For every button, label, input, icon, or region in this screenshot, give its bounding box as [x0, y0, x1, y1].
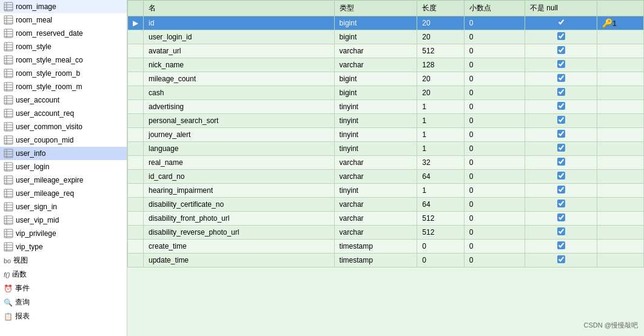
table-row[interactable]: languagetinyint10 [128, 142, 644, 156]
table-row[interactable]: nick_namevarchar1280 [128, 58, 644, 72]
table-row[interactable]: id_card_novarchar640 [128, 170, 644, 184]
sidebar-section-视图[interactable]: bo视图 [0, 254, 127, 267]
sidebar-item-user_vip_mid[interactable]: user_vip_mid [0, 213, 127, 227]
notnull-checkbox[interactable] [557, 46, 565, 54]
table-row[interactable]: mileage_countbigint200 [128, 72, 644, 86]
table-icon [4, 109, 13, 118]
sidebar-item-room_style_room_m[interactable]: room_style_room_m [0, 80, 127, 93]
col-decimal-value: 0 [464, 30, 525, 44]
col-decimal-value: 0 [464, 72, 525, 86]
table-row[interactable]: personal_search_sorttinyint10 [128, 114, 644, 128]
sidebar-item-user_common_visito[interactable]: user_common_visito [0, 120, 127, 133]
table-row[interactable]: disability_reverse_photo_urlvarchar5120 [128, 226, 644, 240]
sidebar-item-room_reserved_date[interactable]: room_reserved_date [0, 27, 127, 40]
col-notnull-value[interactable] [525, 156, 597, 170]
notnull-checkbox[interactable] [557, 172, 565, 180]
table-row[interactable]: avatar_urlvarchar5120 [128, 44, 644, 58]
sidebar-item-user_mileage_req[interactable]: user_mileage_req [0, 187, 127, 200]
clock-icon: ⏰ [4, 284, 13, 293]
sidebar-item-user_account[interactable]: user_account [0, 93, 127, 107]
col-notnull: 不是 null [525, 1, 597, 16]
sidebar-item-room_meal[interactable]: room_meal [0, 13, 127, 27]
sidebar-item-label: room_meal [16, 16, 52, 24]
col-notnull-value[interactable] [525, 240, 597, 254]
col-notnull-value[interactable] [525, 226, 597, 240]
col-type-value: varchar [334, 156, 417, 170]
notnull-checkbox[interactable] [557, 186, 565, 193]
col-notnull-value[interactable] [525, 100, 597, 114]
col-key-value [597, 100, 644, 114]
notnull-checkbox[interactable] [557, 255, 565, 263]
notnull-checkbox[interactable] [557, 60, 565, 68]
table-row[interactable]: cashbigint200 [128, 86, 644, 100]
row-arrow [128, 156, 144, 170]
table-row[interactable]: hearing_impairmenttinyint10 [128, 184, 644, 198]
notnull-checkbox[interactable] [557, 213, 565, 221]
col-type-value: bigint [334, 72, 417, 86]
col-name-value: disability_front_photo_url [144, 212, 335, 226]
col-notnull-value[interactable] [525, 254, 597, 267]
sidebar-item-label: user_info [16, 149, 45, 158]
col-notnull-value[interactable] [525, 44, 597, 58]
sidebar-item-room_image[interactable]: room_image [0, 0, 127, 13]
row-arrow [128, 58, 144, 72]
sidebar-item-room_style_meal_co[interactable]: room_style_meal_co [0, 53, 127, 67]
table-row[interactable]: advertisingtinyint10 [128, 100, 644, 114]
section-label: 查询 [15, 297, 30, 307]
table-row[interactable]: disability_front_photo_urlvarchar5120 [128, 212, 644, 226]
notnull-checkbox[interactable] [557, 227, 565, 235]
sidebar-section-事件[interactable]: ⏰事件 [0, 281, 127, 295]
table-row[interactable]: ▶idbigint200🔑1 [128, 16, 644, 30]
notnull-checkbox[interactable] [557, 144, 565, 152]
main-content: 名 类型 长度 小数点 不是 null ▶idbigint200🔑1user_l… [127, 0, 644, 336]
sidebar-item-room_style[interactable]: room_style [0, 40, 127, 53]
notnull-checkbox[interactable] [557, 102, 565, 110]
col-notnull-value[interactable] [525, 86, 597, 100]
table-row[interactable]: create_timetimestamp00 [128, 240, 644, 254]
sidebar-item-vip_type[interactable]: vip_type [0, 240, 127, 254]
col-notnull-value[interactable] [525, 170, 597, 184]
col-notnull-value[interactable] [525, 58, 597, 72]
col-notnull-value[interactable] [525, 30, 597, 44]
col-notnull-value[interactable] [525, 128, 597, 142]
notnull-checkbox[interactable] [557, 241, 565, 249]
sidebar-item-room_style_room_b[interactable]: room_style_room_b [0, 67, 127, 80]
sidebar-item-user_account_req[interactable]: user_account_req [0, 107, 127, 120]
sidebar-item-user_info[interactable]: user_info [0, 147, 127, 160]
sidebar-item-user_mileage_expire[interactable]: user_mileage_expire [0, 173, 127, 187]
table-icon [4, 149, 13, 158]
notnull-checkbox[interactable] [557, 200, 565, 207]
col-decimal-value: 0 [464, 240, 525, 254]
table-row[interactable]: journey_alerttinyint10 [128, 128, 644, 142]
col-notnull-value[interactable] [525, 184, 597, 198]
col-key-value: 🔑1 [597, 16, 644, 30]
sidebar-item-user_coupon_mid[interactable]: user_coupon_mid [0, 133, 127, 147]
row-arrow: ▶ [128, 16, 144, 30]
col-notnull-value[interactable] [525, 198, 597, 212]
sidebar-item-user_sign_in[interactable]: user_sign_in [0, 200, 127, 213]
notnull-checkbox[interactable] [557, 158, 565, 166]
notnull-checkbox[interactable] [557, 18, 565, 26]
sidebar-section-函数[interactable]: f()函数 [0, 267, 127, 281]
col-notnull-value[interactable] [525, 212, 597, 226]
notnull-checkbox[interactable] [557, 74, 565, 82]
sidebar-item-vip_privilege[interactable]: vip_privilege [0, 227, 127, 240]
table-row[interactable]: real_namevarchar320 [128, 156, 644, 170]
sidebar-section-报表[interactable]: 📋报表 [0, 309, 127, 323]
col-notnull-value[interactable] [525, 16, 597, 30]
col-length-value: 1 [417, 142, 464, 156]
sidebar-item-label: room_style_room_b [16, 69, 80, 78]
sidebar-section-查询[interactable]: 🔍查询 [0, 295, 127, 309]
col-notnull-value[interactable] [525, 114, 597, 128]
notnull-checkbox[interactable] [557, 88, 565, 96]
notnull-checkbox[interactable] [557, 130, 565, 138]
notnull-checkbox[interactable] [557, 116, 565, 124]
col-notnull-value[interactable] [525, 72, 597, 86]
sidebar-item-user_login[interactable]: user_login [0, 160, 127, 173]
table-row[interactable]: disability_certificate_novarchar640 [128, 198, 644, 212]
notnull-checkbox[interactable] [557, 32, 565, 40]
col-type-value: varchar [334, 226, 417, 240]
table-row[interactable]: user_login_idbigint200 [128, 30, 644, 44]
col-notnull-value[interactable] [525, 142, 597, 156]
table-row[interactable]: update_timetimestamp00 [128, 254, 644, 267]
